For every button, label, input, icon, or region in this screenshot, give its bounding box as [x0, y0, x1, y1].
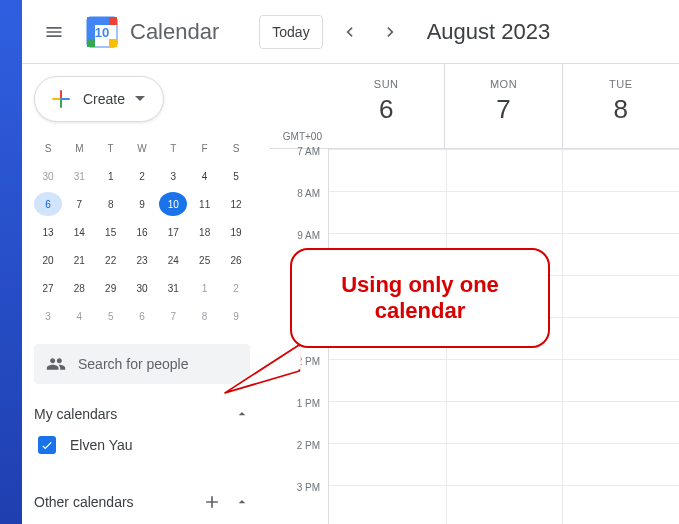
chevron-down-icon	[135, 90, 145, 108]
app-title: Calendar	[130, 19, 219, 45]
date-range-label[interactable]: August 2023	[427, 19, 551, 45]
minical-dow: W	[128, 136, 156, 160]
checkbox-checked[interactable]	[38, 436, 56, 454]
minical-day[interactable]: 9	[128, 192, 156, 216]
day-number: 7	[445, 94, 561, 125]
minical-day[interactable]: 7	[65, 192, 93, 216]
minical-day[interactable]: 1	[191, 276, 219, 300]
minical-day[interactable]: 22	[97, 248, 125, 272]
create-label: Create	[83, 91, 125, 107]
minical-day[interactable]: 3	[159, 164, 187, 188]
minical-day[interactable]: 29	[97, 276, 125, 300]
minical-day[interactable]: 3	[34, 304, 62, 328]
minical-day[interactable]: 8	[97, 192, 125, 216]
minical-day[interactable]: 31	[159, 276, 187, 300]
hour-line	[329, 149, 679, 150]
minical-day[interactable]: 7	[159, 304, 187, 328]
minical-day[interactable]: 2	[222, 276, 250, 300]
minical-day[interactable]: 19	[222, 220, 250, 244]
minical-day[interactable]: 1	[97, 164, 125, 188]
minical-day[interactable]: 6	[128, 304, 156, 328]
minical-day[interactable]: 16	[128, 220, 156, 244]
minical-day[interactable]: 23	[128, 248, 156, 272]
hour-line	[329, 485, 679, 486]
minical-day[interactable]: 26	[222, 248, 250, 272]
minical-day[interactable]: 6	[34, 192, 62, 216]
day-number: 8	[563, 94, 679, 125]
logo-day: 10	[95, 25, 109, 40]
mini-calendar[interactable]: SMTWTFS303112345678910111213141516171819…	[34, 136, 250, 328]
minical-day[interactable]: 5	[97, 304, 125, 328]
minical-day[interactable]: 21	[65, 248, 93, 272]
callout-text: Using only one calendar	[290, 248, 550, 348]
minical-dow: F	[191, 136, 219, 160]
minical-day[interactable]: 24	[159, 248, 187, 272]
minical-day[interactable]: 15	[97, 220, 125, 244]
minical-dow: S	[34, 136, 62, 160]
minical-day[interactable]: 31	[65, 164, 93, 188]
minical-day[interactable]: 18	[191, 220, 219, 244]
annotation-callout: Using only one calendar	[290, 248, 550, 348]
minical-day[interactable]: 30	[128, 276, 156, 300]
create-button[interactable]: Create	[34, 76, 164, 122]
minical-day[interactable]: 4	[65, 304, 93, 328]
day-of-week-label: SUN	[328, 78, 444, 90]
minical-day[interactable]: 25	[191, 248, 219, 272]
minical-dow: M	[65, 136, 93, 160]
svg-rect-5	[109, 39, 117, 47]
day-divider	[562, 149, 563, 524]
hour-line	[329, 443, 679, 444]
search-people-input[interactable]: Search for people	[34, 344, 250, 384]
hamburger-icon	[44, 22, 64, 42]
other-calendars-header[interactable]: Other calendars	[34, 492, 250, 512]
add-icon[interactable]	[202, 492, 222, 512]
timezone-label: GMT+00	[283, 131, 322, 142]
hour-line	[329, 401, 679, 402]
minical-day[interactable]: 12	[222, 192, 250, 216]
hour-line	[329, 359, 679, 360]
minical-day[interactable]: 2	[128, 164, 156, 188]
hour-label: 7 AM	[297, 146, 320, 157]
my-calendars-header[interactable]: My calendars	[34, 406, 250, 422]
today-button[interactable]: Today	[259, 15, 322, 49]
hour-label: 12 PM	[291, 356, 320, 367]
minical-day[interactable]: 4	[191, 164, 219, 188]
calendar-item-label: Elven Yau	[70, 437, 133, 453]
other-calendars-label: Other calendars	[34, 494, 134, 510]
day-column-header[interactable]: SUN6	[328, 64, 444, 148]
day-of-week-label: TUE	[563, 78, 679, 90]
minical-day[interactable]: 30	[34, 164, 62, 188]
people-icon	[46, 354, 66, 374]
calendar-item[interactable]: Elven Yau	[34, 436, 250, 454]
chevron-up-icon	[234, 406, 250, 422]
chevron-left-icon	[339, 22, 359, 42]
menu-button[interactable]	[30, 8, 78, 56]
minical-day[interactable]: 13	[34, 220, 62, 244]
minical-day[interactable]: 28	[65, 276, 93, 300]
minical-day[interactable]: 14	[65, 220, 93, 244]
minical-day[interactable]: 11	[191, 192, 219, 216]
svg-rect-4	[87, 39, 95, 47]
minical-day[interactable]: 9	[222, 304, 250, 328]
day-of-week-label: MON	[445, 78, 561, 90]
hour-line	[329, 191, 679, 192]
minical-day[interactable]: 10	[159, 192, 187, 216]
calendar-logo: 10	[82, 12, 122, 52]
day-column-header[interactable]: MON7	[444, 64, 561, 148]
minical-dow: T	[159, 136, 187, 160]
minical-day[interactable]: 8	[191, 304, 219, 328]
check-icon	[40, 438, 54, 452]
os-window-edge	[0, 0, 22, 524]
minical-day[interactable]: 5	[222, 164, 250, 188]
plus-icon	[49, 87, 73, 111]
chevron-right-icon	[381, 22, 401, 42]
minical-day[interactable]: 17	[159, 220, 187, 244]
day-column-header[interactable]: TUE8	[562, 64, 679, 148]
next-button[interactable]	[375, 16, 407, 48]
prev-button[interactable]	[333, 16, 365, 48]
my-calendars-label: My calendars	[34, 406, 117, 422]
minical-day[interactable]: 27	[34, 276, 62, 300]
minical-day[interactable]: 20	[34, 248, 62, 272]
hour-label: 8 AM	[297, 188, 320, 199]
day-header-row: GMT+00 SUN6MON7TUE8	[270, 64, 679, 149]
